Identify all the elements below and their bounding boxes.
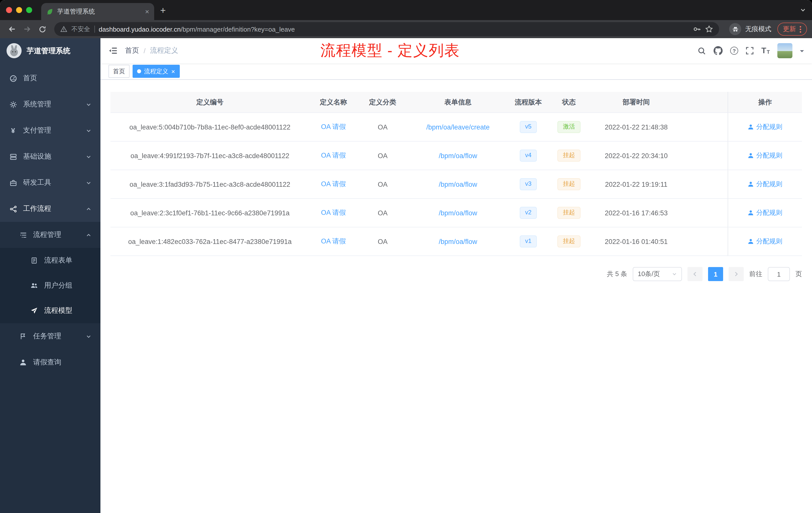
address-bar[interactable]: 不安全 dashboard.yudao.iocoder.cn/bpm/manag… — [54, 22, 719, 36]
sidebar-item-user-group[interactable]: 用户分组 — [0, 273, 100, 298]
tag-label: 首页 — [113, 67, 125, 76]
form-info-link[interactable]: /bpm/oa/flow — [439, 238, 477, 245]
url-text[interactable]: dashboard.yudao.iocoder.cn/bpm/manager/d… — [99, 25, 689, 33]
page-unit-label: 页 — [795, 270, 802, 279]
sidebar-item-home[interactable]: 首页 — [0, 65, 100, 91]
goto-page-input[interactable] — [768, 267, 790, 281]
sidebar-item-process-mgmt[interactable]: 流程管理 — [0, 222, 100, 248]
top-navbar: 首页 / 流程定义 流程模型 - 定义列表 ? TT — [100, 38, 812, 63]
form-info-link[interactable]: /bpm/oa/flow — [439, 209, 477, 217]
paper-plane-icon — [30, 307, 38, 314]
col-definition-id: 定义编号 — [111, 98, 309, 107]
definition-id-cell: oa_leave:4:991f2193-7b7f-11ec-a3c8-acde4… — [111, 152, 309, 159]
page-content: 定义编号 定义名称 定义分类 表单信息 流程版本 状态 部署时间 操作 oa_l… — [100, 80, 812, 513]
incognito-badge: 无痕模式 — [729, 23, 771, 35]
flag-icon — [19, 333, 27, 340]
form-info-link[interactable]: /bpm/oa/flow — [439, 180, 477, 188]
person-icon — [19, 359, 27, 366]
sidebar-item-devtools[interactable]: 研发工具 — [0, 170, 100, 196]
chevron-down-icon — [86, 102, 91, 107]
form-info-link[interactable]: /bpm/oa/leave/create — [426, 123, 490, 131]
definition-name-link[interactable]: OA 请假 — [321, 152, 346, 159]
definition-name-link[interactable]: OA 请假 — [321, 209, 346, 216]
chevron-down-icon — [86, 154, 91, 159]
back-icon[interactable] — [5, 22, 19, 36]
breadcrumb: 首页 / 流程定义 — [125, 46, 178, 55]
assign-rule-link[interactable]: 分配规则 — [748, 151, 782, 160]
definition-name-link[interactable]: OA 请假 — [321, 123, 346, 130]
fullscreen-icon[interactable] — [746, 47, 754, 55]
tab-strip: 芋道管理系统 × + — [0, 0, 812, 20]
help-icon[interactable]: ? — [730, 47, 738, 55]
update-button[interactable]: 更新 — [777, 23, 807, 36]
reload-icon[interactable] — [35, 22, 49, 36]
sidebar-item-workflow[interactable]: 工作流程 — [0, 196, 100, 222]
user-avatar[interactable] — [777, 43, 792, 58]
omnibox-divider — [94, 26, 95, 33]
caret-down-icon[interactable] — [800, 50, 804, 54]
assign-rule-link[interactable]: 分配规则 — [748, 237, 782, 246]
security-label[interactable]: 不安全 — [71, 25, 90, 33]
chevron-up-icon — [86, 232, 91, 238]
chevron-down-icon — [672, 272, 677, 277]
tab-close-icon[interactable]: × — [145, 8, 149, 15]
main-area: 首页 / 流程定义 流程模型 - 定义列表 ? TT — [100, 38, 812, 513]
assign-rule-link[interactable]: 分配规则 — [748, 208, 782, 217]
user-icon — [748, 181, 754, 187]
tab-search-chevron-icon[interactable] — [800, 7, 806, 13]
close-window-button[interactable] — [6, 7, 12, 13]
navbar-actions: ? TT — [697, 43, 804, 58]
tag-process-definition[interactable]: 流程定义 × — [133, 65, 179, 78]
new-tab-button[interactable]: + — [160, 5, 166, 15]
col-form-info: 表单信息 — [408, 98, 508, 107]
sidebar-item-system[interactable]: 系统管理 — [0, 91, 100, 117]
logo-rabbit-avatar — [6, 43, 22, 58]
user-icon — [748, 210, 754, 216]
sidebar-item-process-form[interactable]: 流程表单 — [0, 248, 100, 273]
breadcrumb-home[interactable]: 首页 — [125, 46, 139, 55]
github-icon[interactable] — [714, 46, 723, 55]
window-controls — [6, 7, 32, 13]
sidebar-item-label: 流程模型 — [44, 306, 72, 315]
star-icon[interactable] — [705, 25, 713, 33]
tag-close-icon[interactable]: × — [171, 68, 175, 74]
page-number-button[interactable]: 1 — [708, 267, 723, 281]
sidebar-item-infrastructure[interactable]: 基础设施 — [0, 144, 100, 170]
forward-icon[interactable] — [20, 22, 34, 36]
app-logo[interactable]: 芋道管理系统 — [0, 38, 100, 63]
col-definition-name: 定义名称 — [309, 98, 357, 107]
sidebar-item-leave-query[interactable]: 请假查询 — [0, 350, 100, 375]
form-info-link[interactable]: /bpm/oa/flow — [439, 152, 477, 159]
page-size-select[interactable]: 10条/页 — [633, 267, 682, 281]
hamburger-icon[interactable] — [109, 46, 117, 55]
prev-page-button[interactable] — [688, 267, 702, 281]
minimize-window-button[interactable] — [16, 7, 22, 13]
maximize-window-button[interactable] — [26, 7, 32, 13]
goto-label: 前往 — [749, 270, 762, 279]
table-row: oa_leave:5:004b710b-7b8a-11ec-8ef0-acde4… — [111, 113, 802, 142]
sidebar-item-task-mgmt[interactable]: 任务管理 — [0, 323, 100, 350]
page-annotation: 流程模型 - 定义列表 — [320, 40, 460, 61]
update-label: 更新 — [783, 25, 796, 34]
browser-window: 芋道管理系统 × + 不安全 dashboard.yudao.iocoder.c… — [0, 0, 812, 513]
app-shell: 芋道管理系统 首页 系统管理 ¥ — [0, 38, 812, 513]
sidebar-item-label: 支付管理 — [23, 126, 51, 135]
definition-name-link[interactable]: OA 请假 — [321, 180, 346, 188]
version-badge: v3 — [520, 178, 537, 190]
definition-name-link[interactable]: OA 请假 — [321, 237, 346, 245]
tag-home[interactable]: 首页 — [109, 65, 129, 78]
browser-tab[interactable]: 芋道管理系统 × — [41, 3, 154, 20]
next-page-button[interactable] — [729, 267, 744, 281]
sidebar-item-payment[interactable]: ¥ 支付管理 — [0, 117, 100, 144]
table-row: oa_leave:1:482ec033-762a-11ec-8477-a2380… — [111, 228, 802, 256]
incognito-label: 无痕模式 — [745, 25, 771, 34]
sidebar-item-process-model[interactable]: 流程模型 — [0, 298, 100, 323]
kebab-menu-icon[interactable] — [800, 25, 802, 33]
table-row: oa_leave:4:991f2193-7b7f-11ec-a3c8-acde4… — [111, 142, 802, 170]
font-size-icon[interactable]: TT — [761, 47, 770, 55]
search-icon[interactable] — [697, 47, 706, 55]
user-group-icon — [30, 282, 38, 289]
key-icon[interactable] — [693, 25, 701, 33]
assign-rule-link[interactable]: 分配规则 — [748, 180, 782, 189]
assign-rule-link[interactable]: 分配规则 — [748, 122, 782, 131]
